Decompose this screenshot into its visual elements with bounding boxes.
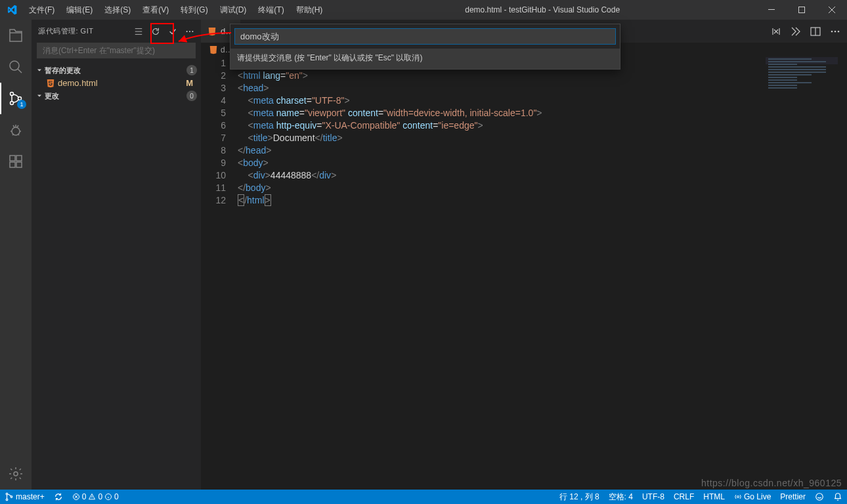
status-eol[interactable]: CRLF (669, 490, 699, 504)
vscode-logo-icon (0, 5, 23, 15)
menu-file[interactable]: 文件(F) (23, 0, 60, 20)
changes-count: 0 (186, 91, 197, 101)
scm-view-as-tree-icon[interactable] (134, 27, 143, 36)
activity-explorer[interactable] (0, 20, 32, 51)
window-title: demo.html - testGitHub - Visual Studio C… (328, 5, 756, 14)
more-actions-icon[interactable] (830, 26, 840, 37)
titlebar: 文件(F) 编辑(E) 选择(S) 查看(V) 转到(G) 调试(D) 终端(T… (0, 0, 847, 20)
commit-quick-input: 请提供提交消息 (按 "Enter" 以确认或按 "Esc" 以取消) (230, 24, 620, 70)
activity-bar: 1 (0, 20, 32, 490)
changes-section[interactable]: 更改 0 (32, 89, 201, 102)
scm-more-icon[interactable] (185, 27, 194, 36)
compare-icon[interactable] (771, 26, 781, 37)
svg-point-20 (6, 499, 8, 501)
html-file-icon (207, 27, 217, 36)
svg-point-25 (816, 494, 823, 501)
staged-count: 1 (186, 65, 197, 75)
changes-label: 更改 (45, 91, 59, 101)
menu-selection[interactable]: 选择(S) (98, 0, 137, 20)
html-file-icon (209, 45, 218, 54)
activity-search[interactable] (0, 51, 32, 83)
minimap[interactable] (766, 57, 838, 110)
scm-title: 源代码管理: GIT (38, 26, 134, 36)
status-ln-col[interactable]: 行 12 , 列 8 (555, 490, 604, 504)
open-changes-icon[interactable] (791, 26, 801, 37)
status-language[interactable]: HTML (699, 490, 729, 504)
status-spaces[interactable]: 空格: 4 (604, 490, 638, 504)
svg-rect-1 (799, 7, 805, 13)
svg-point-4 (11, 102, 14, 105)
svg-rect-7 (10, 156, 15, 161)
menu-bar: 文件(F) 编辑(E) 选择(S) 查看(V) 转到(G) 调试(D) 终端(T… (23, 0, 328, 20)
staged-changes-section[interactable]: 暂存的更改 1 (32, 64, 201, 77)
menu-terminal[interactable]: 终端(T) (252, 0, 290, 20)
staged-file-name: demo.html (58, 78, 186, 88)
chevron-down-icon (35, 66, 45, 74)
commit-quick-input-hint: 请提供提交消息 (按 "Enter" 以确认或按 "Esc" 以取消) (230, 49, 620, 69)
staged-label: 暂存的更改 (45, 66, 81, 75)
svg-point-19 (6, 493, 8, 495)
status-prettier[interactable]: Prettier (775, 490, 810, 504)
code-content[interactable]: <!DOCTYPE html><html lang="en"><head> <m… (238, 57, 847, 490)
code-editor[interactable]: 123456789101112 <!DOCTYPE html><html lan… (201, 57, 847, 490)
split-editor-icon[interactable] (810, 26, 821, 37)
status-sync[interactable] (49, 490, 68, 504)
svg-point-17 (835, 30, 836, 32)
line-numbers: 123456789101112 (201, 57, 238, 490)
menu-go[interactable]: 转到(G) (175, 0, 213, 20)
svg-point-14 (192, 30, 193, 32)
activity-settings[interactable] (0, 458, 32, 490)
scm-commit-icon[interactable] (168, 27, 177, 36)
svg-point-18 (838, 30, 840, 32)
svg-point-16 (831, 30, 833, 32)
status-golive[interactable]: Go Live (729, 490, 775, 504)
activity-debug[interactable] (0, 114, 32, 146)
menu-help[interactable]: 帮助(H) (290, 0, 329, 20)
status-feedback-icon[interactable] (810, 490, 829, 504)
menu-debug[interactable]: 调试(D) (214, 0, 253, 20)
editor-area: d… d… 123456789101112 <!DOCTYPE html><ht… (201, 20, 847, 490)
menu-view[interactable]: 查看(V) (137, 0, 175, 20)
scm-badge: 1 (17, 100, 26, 109)
svg-rect-8 (10, 162, 15, 167)
chevron-down-icon (35, 92, 45, 100)
activity-scm[interactable]: 1 (0, 83, 32, 114)
close-button[interactable] (817, 0, 847, 20)
minimize-button[interactable] (756, 0, 787, 20)
editor-tab-actions (764, 20, 847, 43)
status-encoding[interactable]: UTF-8 (638, 490, 669, 504)
status-bar: master+ 0 0 0 行 12 , 列 8 空格: 4 UTF-8 CRL… (0, 490, 847, 504)
window-controls (756, 0, 847, 20)
maximize-button[interactable] (787, 0, 817, 20)
staged-file-item[interactable]: demo.html M (32, 77, 201, 89)
staged-file-status: M (186, 78, 197, 88)
activity-extensions[interactable] (0, 146, 32, 177)
menu-edit[interactable]: 编辑(E) (60, 0, 98, 20)
svg-point-2 (10, 61, 19, 70)
scm-refresh-icon[interactable] (151, 27, 160, 36)
status-bell-icon[interactable] (829, 490, 847, 504)
svg-rect-9 (16, 162, 22, 167)
svg-point-13 (189, 30, 190, 32)
svg-rect-10 (16, 156, 22, 161)
status-branch[interactable]: master+ (0, 490, 49, 504)
scm-sidebar: 源代码管理: GIT 暂存的更改 1 demo.html M 更改 0 (32, 20, 201, 490)
svg-point-11 (14, 472, 18, 476)
svg-point-12 (186, 30, 188, 32)
svg-rect-0 (768, 9, 775, 10)
status-problems[interactable]: 0 0 0 (68, 490, 123, 504)
svg-point-3 (11, 93, 14, 96)
commit-quick-input-field[interactable] (234, 28, 616, 45)
svg-point-24 (737, 496, 739, 498)
commit-message-input[interactable] (37, 43, 196, 58)
html-file-icon (46, 79, 58, 88)
scm-header: 源代码管理: GIT (32, 20, 201, 43)
